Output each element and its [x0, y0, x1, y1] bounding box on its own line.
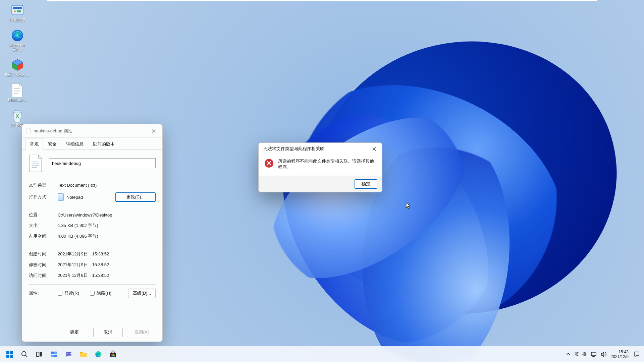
tab-security[interactable]: 安全 — [44, 138, 61, 150]
svg-point-30 — [67, 353, 68, 354]
volume-icon — [601, 352, 607, 357]
apply-button[interactable]: 应用(A) — [127, 328, 156, 337]
value-type: Text Document (.txt) — [58, 183, 156, 188]
svg-rect-25 — [40, 352, 42, 356]
text-file-icon — [29, 155, 43, 172]
desktop-icon-edge[interactable]: Microsoft Edge — [2, 28, 33, 53]
svg-rect-37 — [111, 355, 113, 356]
task-view-icon — [36, 351, 43, 358]
chat-icon — [65, 351, 72, 358]
error-ok-button[interactable]: 确定 — [355, 179, 377, 189]
desktop-icon-control-panel[interactable]: 控制面板 — [2, 3, 33, 23]
taskbar: 英 拼 15:43 2021/12/9 — [0, 346, 644, 362]
label-location: 位置: — [29, 212, 58, 218]
text-file-icon — [26, 128, 31, 134]
system-tray: 英 拼 — [566, 351, 607, 357]
tab-general[interactable]: 常规 — [25, 138, 43, 150]
widgets-button[interactable] — [47, 348, 61, 361]
readonly-label: 只读(R) — [64, 290, 79, 296]
titlebar[interactable]: heukms-debug 属性 — [22, 124, 162, 138]
svg-rect-34 — [110, 353, 116, 357]
svg-point-2 — [14, 10, 16, 12]
readonly-checkbox-input[interactable] — [58, 291, 62, 296]
clock[interactable]: 15:43 2021/12/9 — [611, 350, 629, 359]
edge-taskbar-button[interactable] — [91, 348, 105, 361]
label-size: 大小: — [29, 223, 58, 229]
ime-language: 英 — [575, 351, 579, 357]
label-accessed: 访问时间: — [29, 273, 58, 279]
label-size-on-disk: 占用空间: — [29, 233, 58, 239]
store-icon — [109, 351, 117, 358]
desktop-icon-label: 控制面板 — [9, 18, 25, 22]
taskbar-right: 英 拼 15:43 2021/12/9 — [566, 350, 641, 359]
desktop-icon-label: HEU_KMS_... — [5, 73, 30, 77]
label-created: 创建时间: — [29, 251, 58, 257]
clock-date: 2021/12/9 — [611, 354, 629, 359]
properties-body: 文件类型: Text Document (.txt) 打开方式: Notepad… — [22, 150, 162, 299]
svg-rect-20 — [6, 355, 9, 358]
search-icon — [21, 351, 28, 358]
svg-rect-3 — [17, 10, 21, 12]
volume-button[interactable] — [601, 352, 607, 357]
desktop-icon-heu-kms[interactable]: HEU_KMS_... — [2, 57, 33, 78]
start-button[interactable] — [3, 348, 17, 361]
desktop-icon-heukms-debug[interactable]: heukms-... — [2, 82, 33, 103]
file-name-input[interactable] — [49, 158, 156, 168]
notifications-button[interactable] — [633, 350, 641, 358]
hidden-label: 隐藏(H) — [97, 290, 111, 296]
svg-rect-18 — [6, 351, 9, 354]
tray-overflow-button[interactable] — [566, 352, 571, 357]
cursor-icon — [406, 202, 411, 209]
ime-indicator[interactable]: 英 拼 — [575, 351, 587, 357]
change-button[interactable]: 更改(C)... — [115, 192, 156, 202]
edge-icon — [10, 28, 24, 43]
svg-point-32 — [70, 353, 70, 354]
hidden-checkbox-input[interactable] — [90, 291, 95, 296]
tab-previous-versions[interactable]: 以前的版本 — [89, 138, 119, 150]
tab-details[interactable]: 详细信息 — [62, 138, 88, 150]
svg-rect-36 — [113, 354, 115, 355]
svg-point-31 — [69, 353, 69, 354]
label-open-with: 打开方式: — [29, 194, 58, 200]
advanced-button[interactable]: 高级(D)... — [128, 289, 156, 298]
cube-icon — [10, 58, 24, 72]
error-message: 所选的程序不能与此文件类型相关联。请选择其他程序。 — [278, 158, 376, 170]
file-explorer-button[interactable] — [76, 348, 91, 361]
chat-button[interactable] — [62, 348, 76, 361]
cancel-button[interactable]: 取消 — [93, 328, 123, 337]
taskbar-left — [3, 348, 120, 361]
network-button[interactable] — [591, 352, 597, 357]
chevron-up-icon — [566, 352, 571, 357]
svg-rect-28 — [51, 354, 54, 357]
svg-rect-27 — [54, 351, 57, 354]
recycle-bin-icon — [10, 108, 24, 122]
value-size-on-disk: 4.00 KB (4,096 字节) — [58, 233, 156, 239]
error-icon — [265, 159, 273, 168]
error-title: 无法将文件类型与此程序相关联 — [263, 146, 324, 152]
svg-rect-29 — [54, 354, 57, 357]
store-button[interactable] — [106, 348, 120, 361]
desktop-icon-label: Microsoft Edge — [9, 43, 26, 52]
task-view-button[interactable] — [32, 348, 46, 361]
search-button[interactable] — [17, 348, 32, 361]
notifications-icon — [634, 351, 640, 357]
properties-window: heukms-debug 属性 常规 安全 详细信息 以前的版本 文件类型: T… — [22, 124, 163, 342]
desktop-icon-label: heukms-... — [8, 98, 27, 102]
ime-mode: 拼 — [582, 351, 587, 357]
text-file-icon — [10, 83, 24, 97]
close-icon — [152, 129, 156, 133]
svg-point-13 — [13, 110, 21, 113]
svg-point-22 — [22, 351, 26, 356]
error-titlebar[interactable]: 无法将文件类型与此程序相关联 — [259, 143, 382, 155]
label-modified: 修改时间: — [29, 262, 58, 268]
ok-button[interactable]: 确定 — [60, 328, 89, 337]
hidden-checkbox[interactable]: 隐藏(H) — [90, 290, 111, 296]
widgets-icon — [50, 351, 58, 358]
error-dialog: 无法将文件类型与此程序相关联 所选的程序不能与此文件类型相关联。请选择其他程序。… — [258, 142, 382, 192]
value-location: C:\Users\windows7\Desktop — [58, 213, 156, 218]
value-modified: 2021年12月9日，15:38:52 — [58, 262, 156, 268]
error-close-button[interactable] — [367, 144, 381, 154]
readonly-checkbox[interactable]: 只读(R) — [58, 290, 79, 296]
value-open-with: Notepad — [66, 195, 83, 200]
close-button[interactable] — [146, 126, 161, 136]
